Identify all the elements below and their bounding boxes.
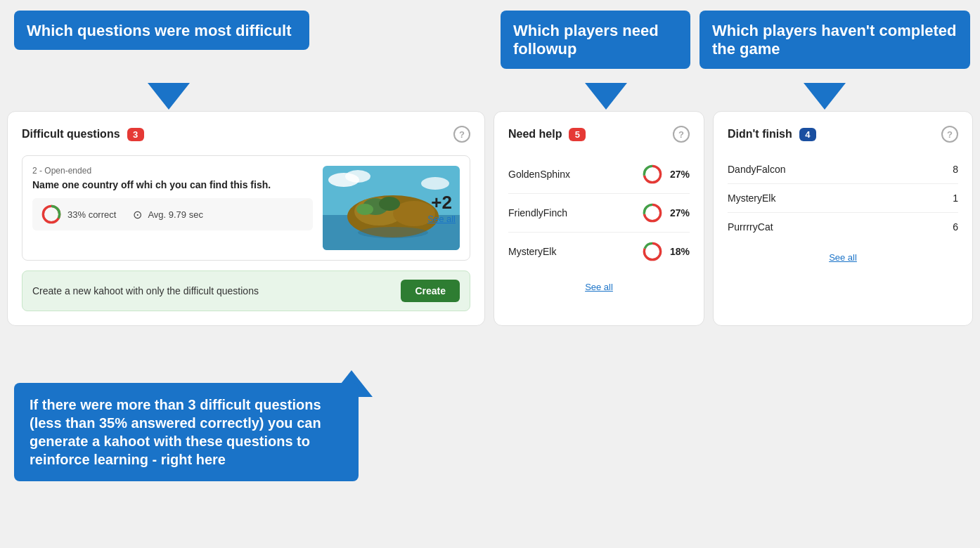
need-help-title: Need help xyxy=(508,128,562,141)
player-row-1: GoldenSphinx 27% xyxy=(508,155,690,194)
bottom-callout-text: If there were more than 3 difficult ques… xyxy=(30,397,321,467)
correct-stat: 33% correct xyxy=(41,204,116,225)
create-button[interactable]: Create xyxy=(401,280,460,302)
arrow-down-left xyxy=(148,83,190,110)
didnt-finish-see-all[interactable]: See all xyxy=(728,251,958,263)
player-right-2: 27% xyxy=(642,202,690,223)
player-name-1: GoldenSphinx xyxy=(508,169,570,180)
need-help-header: Need help 5 ? xyxy=(508,126,690,143)
callout-right: Which players haven't completed the game xyxy=(699,11,970,69)
need-help-list: GoldenSphinx 27% FriendlyFinch xyxy=(508,155,690,270)
difficult-card-header: Difficult questions 3 ? xyxy=(22,126,470,143)
svg-point-13 xyxy=(421,177,449,190)
help-label: ? xyxy=(459,129,465,140)
plus-number: +2 xyxy=(427,192,456,214)
question-type: 2 - Open-ended xyxy=(32,166,313,176)
didnt-finish-badge: 4 xyxy=(799,128,816,141)
need-help-card: Need help 5 ? GoldenSphinx xyxy=(494,111,704,326)
dnf-score-1: 8 xyxy=(953,164,958,175)
svg-point-12 xyxy=(345,170,370,183)
difficult-badge: 3 xyxy=(127,128,144,141)
arrow-down-right xyxy=(804,83,846,110)
callout-right-text: Which players haven't completed the game xyxy=(712,22,957,58)
player-row-3: MysteryElk 18% xyxy=(508,233,690,270)
callout-mid: Which players need followup xyxy=(501,11,690,69)
didnt-finish-card: Didn't finish 4 ? DandyFalcon 8 MysteryE… xyxy=(713,111,973,326)
player-donut-3 xyxy=(642,241,663,262)
question-card: 2 - Open-ended Name one country off whi … xyxy=(22,155,470,261)
correct-pct-label: 33% correct xyxy=(67,209,116,220)
clock-icon: ⊙ xyxy=(133,208,142,221)
arrow-down-mid xyxy=(585,83,627,110)
player-name-3: MysteryElk xyxy=(508,246,556,257)
player-pct-1: 27% xyxy=(670,169,690,180)
dnf-score-3: 6 xyxy=(953,221,958,233)
question-stats: 33% correct ⊙ Avg. 9.79 sec xyxy=(32,198,313,230)
question-text: Name one country off whi ch you can find… xyxy=(32,178,313,191)
didnt-finish-help-icon[interactable]: ? xyxy=(941,126,958,143)
avg-time-stat: ⊙ Avg. 9.79 sec xyxy=(133,208,203,221)
player-donut-2 xyxy=(642,202,663,223)
player-right-3: 18% xyxy=(642,241,690,262)
difficult-card-title: Difficult questions xyxy=(22,128,120,141)
player-right-1: 27% xyxy=(642,164,690,185)
correct-donut xyxy=(41,204,62,225)
callout-mid-text: Which players need followup xyxy=(513,22,659,58)
player-name-2: FriendlyFinch xyxy=(508,207,567,218)
player-donut-1 xyxy=(642,164,663,185)
dnf-row-1: DandyFalcon 8 xyxy=(728,155,958,184)
callout-left: Which questions were most difficult xyxy=(14,11,309,50)
bottom-callout: If there were more than 3 difficult ques… xyxy=(14,383,359,481)
difficult-help-icon[interactable]: ? xyxy=(453,126,470,143)
avg-time-label: Avg. 9.79 sec xyxy=(148,209,203,220)
help-label-2: ? xyxy=(678,129,684,140)
didnt-finish-title: Didn't finish xyxy=(728,128,792,141)
svg-point-10 xyxy=(356,204,373,215)
dnf-score-2: 1 xyxy=(953,193,958,204)
need-help-help-icon[interactable]: ? xyxy=(673,126,690,143)
create-bar: Create a new kahoot with only the diffic… xyxy=(22,270,470,311)
player-pct-3: 18% xyxy=(670,246,690,257)
svg-point-14 xyxy=(358,227,428,238)
dnf-row-2: MysteryElk 1 xyxy=(728,184,958,213)
dnf-name-2: MysteryElk xyxy=(728,193,775,204)
need-help-see-all[interactable]: See all xyxy=(508,280,690,293)
see-all-link-question[interactable]: See all xyxy=(427,214,456,224)
help-label-3: ? xyxy=(947,129,953,140)
dnf-name-3: PurrrryCat xyxy=(728,221,773,233)
player-row-2: FriendlyFinch 27% xyxy=(508,194,690,233)
player-pct-2: 27% xyxy=(670,207,690,218)
svg-point-9 xyxy=(379,197,400,211)
plus-more: +2 See all xyxy=(427,192,456,224)
difficult-questions-card: Difficult questions 3 ? 2 - Open-ended N… xyxy=(7,111,485,326)
callout-left-text: Which questions were most difficult xyxy=(27,22,291,39)
didnt-finish-list: DandyFalcon 8 MysteryElk 1 PurrrryCat 6 xyxy=(728,155,958,241)
didnt-finish-header: Didn't finish 4 ? xyxy=(728,126,958,143)
dnf-row-3: PurrrryCat 6 xyxy=(728,213,958,241)
create-bar-text: Create a new kahoot with only the diffic… xyxy=(32,285,259,296)
dnf-name-1: DandyFalcon xyxy=(728,164,786,175)
question-text-area: 2 - Open-ended Name one country off whi … xyxy=(32,166,323,250)
need-help-badge: 5 xyxy=(569,128,586,141)
